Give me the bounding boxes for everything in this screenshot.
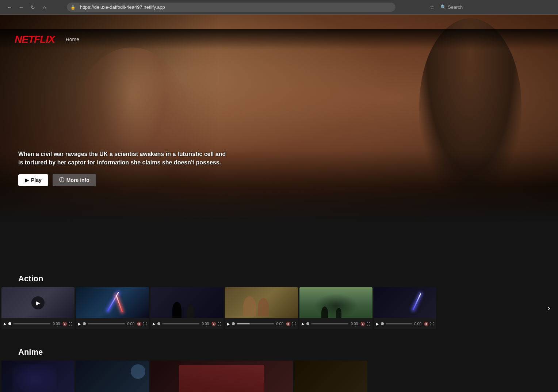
mute-icon-1[interactable]: 🔇 xyxy=(62,322,67,326)
more-info-label: More info xyxy=(66,177,89,183)
time-4: 0:00 xyxy=(276,322,283,326)
progress-dot-3 xyxy=(157,322,160,325)
progress-dot-5 xyxy=(306,322,309,325)
action-thumbnails-row: ▶ ▶ 0:00 🔇 ⛶ xyxy=(0,287,558,329)
play-icon: ▶ xyxy=(25,177,29,183)
action-card-2[interactable]: ▶ 0:00 🔇 ⛶ xyxy=(76,287,149,329)
progress-dot-2 xyxy=(83,322,86,325)
progress-dot-1 xyxy=(8,322,11,325)
thumb-controls-6: ▶ 0:00 🔇 ⛶ xyxy=(374,318,436,329)
anime-section: Anime xyxy=(0,344,558,392)
play-button[interactable]: ▶ Play xyxy=(18,174,48,186)
lock-icon: 🔒 xyxy=(70,5,76,9)
forward-button[interactable]: → xyxy=(16,2,26,12)
mute-icon-4[interactable]: 🔇 xyxy=(286,322,290,326)
hero-bottom-spacer xyxy=(0,223,558,270)
more-info-button[interactable]: ⓘ More info xyxy=(53,174,96,186)
anime-thumbnails-row xyxy=(0,361,558,392)
thumb-controls-5: ▶ 0:00 🔇 ⛶ xyxy=(299,318,372,329)
lightsaber-1 xyxy=(107,292,119,311)
thumb-controls-4: ▶ 0:00 🔇 ⛶ xyxy=(225,318,298,329)
time-2: 0:00 xyxy=(127,322,134,326)
play-ctrl-2[interactable]: ▶ xyxy=(78,322,81,326)
action-section: Action ▶ ▶ 0:00 🔇 ⛶ xyxy=(0,270,558,336)
action-card-6[interactable]: ▶ 0:00 🔇 ⛶ xyxy=(374,287,436,329)
play-ctrl-1[interactable]: ▶ xyxy=(4,322,7,326)
hero-content: When a civil war ravages the UK a scient… xyxy=(18,150,230,186)
info-icon: ⓘ xyxy=(59,177,64,183)
fullscreen-icon-5[interactable]: ⛶ xyxy=(367,322,370,326)
hero-buttons: ▶ Play ⓘ More info xyxy=(18,174,230,186)
progress-bar-3[interactable] xyxy=(162,323,199,324)
refresh-button[interactable]: ↻ xyxy=(28,2,38,12)
action-section-title: Action xyxy=(0,274,558,283)
progress-dot-4 xyxy=(232,322,235,325)
fullscreen-icon-3[interactable]: ⛶ xyxy=(218,322,221,326)
anime-section-title: Anime xyxy=(0,347,558,357)
anime-card-3[interactable] xyxy=(150,361,293,392)
browser-right-controls: ☆ 🔍 Search xyxy=(427,2,554,12)
figure-1 xyxy=(172,302,181,318)
anime-bg-4 xyxy=(294,361,367,392)
mute-icon-2[interactable]: 🔇 xyxy=(137,322,141,326)
mute-icon-5[interactable]: 🔇 xyxy=(360,322,365,326)
thumb-controls-1: ▶ 0:00 🔇 ⛶ xyxy=(1,318,74,329)
netflix-nav: NETFLIX Home xyxy=(0,29,558,50)
time-3: 0:00 xyxy=(202,322,209,326)
person-warm-2 xyxy=(258,298,269,316)
lightsaber-2 xyxy=(116,295,123,312)
home-button[interactable]: ⌂ xyxy=(39,2,50,12)
progress-bar-6[interactable] xyxy=(386,323,412,324)
anime-bg-1 xyxy=(12,364,56,392)
anime-bg-3 xyxy=(150,361,293,392)
browser-search-label: Search xyxy=(448,4,463,10)
fullscreen-icon-4[interactable]: ⛶ xyxy=(292,322,296,326)
action-card-5[interactable]: ▶ 0:00 🔇 ⛶ xyxy=(299,287,372,329)
progress-bar-5[interactable] xyxy=(311,323,348,324)
fullscreen-icon-2[interactable]: ⛶ xyxy=(143,322,147,326)
progress-dot-6 xyxy=(381,322,384,325)
thumb-controls-2: ▶ 0:00 🔇 ⛶ xyxy=(76,318,149,329)
action-card-1[interactable]: ▶ ▶ 0:00 🔇 ⛶ xyxy=(1,287,74,329)
time-5: 0:00 xyxy=(351,322,358,326)
address-bar-wrapper: 🔒 xyxy=(67,3,395,12)
bookmark-button[interactable]: ☆ xyxy=(427,2,437,12)
person-warm-1 xyxy=(243,296,256,316)
time-6: 0:00 xyxy=(414,322,421,326)
play-button-label: Play xyxy=(31,177,42,183)
address-input[interactable] xyxy=(67,3,395,12)
play-ctrl-4[interactable]: ▶ xyxy=(227,322,230,326)
nav-home-link[interactable]: Home xyxy=(66,37,79,42)
browser-nav-buttons: ← → ↻ ⌂ xyxy=(4,2,50,12)
progress-bar-1[interactable] xyxy=(13,323,50,324)
lightsaber-6 xyxy=(413,293,421,311)
action-card-4[interactable]: ▶ 0:00 🔇 ⛶ xyxy=(225,287,298,329)
thumb-controls-3: ▶ 0:00 🔇 ⛶ xyxy=(150,318,223,329)
netflix-logo: NETFLIX xyxy=(15,34,55,45)
back-button[interactable]: ← xyxy=(4,2,15,12)
big-play-overlay-1: ▶ xyxy=(31,296,45,309)
progress-bar-4[interactable] xyxy=(237,323,274,324)
outdoor-person-1 xyxy=(321,307,328,318)
anime-card-4[interactable] xyxy=(294,361,367,392)
fullscreen-icon-1[interactable]: ⛶ xyxy=(69,322,72,326)
progress-bar-2[interactable] xyxy=(88,323,125,324)
search-icon: 🔍 xyxy=(440,4,446,10)
outdoor-person-2 xyxy=(336,308,341,318)
action-row-wrapper: ▶ ▶ 0:00 🔇 ⛶ xyxy=(0,287,558,329)
anime-card-1[interactable] xyxy=(1,361,74,392)
mute-icon-3[interactable]: 🔇 xyxy=(211,322,216,326)
fullscreen-icon-6[interactable]: ⛶ xyxy=(430,322,434,326)
action-card-3[interactable]: ▶ 0:00 🔇 ⛶ xyxy=(150,287,223,329)
browser-search-area: 🔍 Search xyxy=(440,4,554,10)
anime-bg-2 xyxy=(76,361,149,392)
action-scroll-right[interactable]: › xyxy=(540,287,558,329)
mute-icon-6[interactable]: 🔇 xyxy=(424,322,428,326)
play-ctrl-6[interactable]: ▶ xyxy=(376,322,379,326)
chevron-right-icon: › xyxy=(547,304,550,313)
hero-description: When a civil war ravages the UK a scient… xyxy=(18,150,230,167)
play-ctrl-5[interactable]: ▶ xyxy=(302,322,305,326)
time-1: 0:00 xyxy=(53,322,60,326)
anime-card-2[interactable] xyxy=(76,361,149,392)
play-ctrl-3[interactable]: ▶ xyxy=(153,322,156,326)
